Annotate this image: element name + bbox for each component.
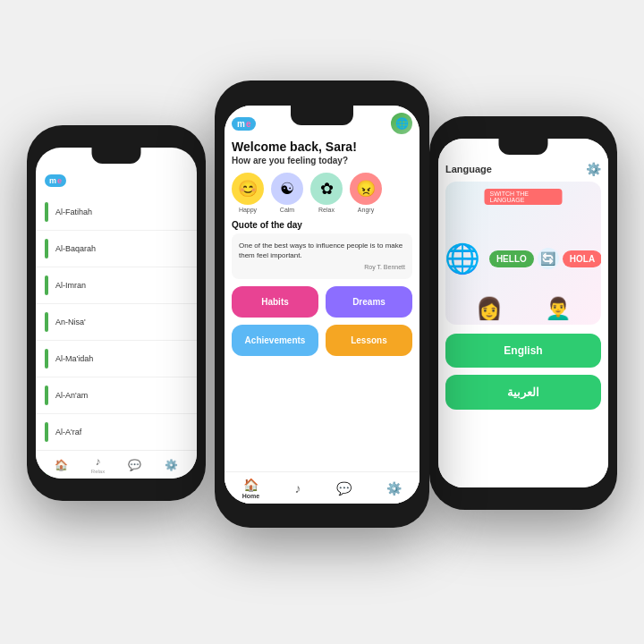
center-nav-bar: 🏠 Home ♪ 💬 ⚙️ [225, 471, 419, 504]
happy-label: Happy [239, 207, 257, 213]
language-title: Language [445, 164, 492, 174]
quote-author: Roy T. Bennett [239, 263, 405, 272]
list-item[interactable]: Al-Baqarah [36, 231, 197, 267]
list-item[interactable]: Al-Imran [36, 267, 197, 304]
nav-music[interactable]: ♪ [295, 481, 301, 496]
logo-m: m [237, 119, 245, 129]
habits-button[interactable]: Habits [232, 286, 318, 318]
emotion-calm[interactable]: ☯ Calm [271, 173, 303, 213]
left-phone-screen: me Al-Fatihah Al-Baqarah Al-Imran An-Nis… [36, 148, 197, 479]
list-item[interactable]: An-Nisa' [36, 304, 197, 341]
action-grid: Habits Dreams Achievements Lessons [232, 286, 412, 356]
translate-bubbles: HELLO 🔄 HOLA [489, 248, 601, 269]
center-notch [291, 106, 353, 125]
right-notch [499, 139, 548, 155]
translate-arrow-icon: 🔄 [538, 248, 559, 269]
globe-icon[interactable]: 🌐 [391, 113, 412, 134]
language-illustration: SWITCH THE LANGUAGE 🌐 HELLO 🔄 HOLA 👩 👨‍� [445, 182, 601, 325]
center-phone: me 🌐 Welcome back, Sara! How are you fee… [215, 80, 429, 528]
logo-e: e [57, 176, 62, 185]
chat-icon: 💬 [336, 481, 352, 496]
list-item[interactable]: Al-Ma'idah [36, 341, 197, 377]
list-item[interactable]: Al-Fatihah [36, 194, 197, 231]
list-item[interactable]: Al-A'raf [36, 414, 197, 451]
home-icon: 🏠 [243, 478, 258, 492]
relax-label: Relax [318, 207, 335, 213]
calm-icon: ☯ [271, 173, 303, 205]
quote-title: Quote of the day [232, 220, 412, 230]
nav-settings[interactable]: ⚙️ [165, 459, 178, 471]
angry-label: Angry [358, 207, 374, 213]
dreams-button[interactable]: Dreams [326, 286, 412, 318]
happy-icon: 😊 [232, 173, 264, 205]
person-left-icon: 👩 [476, 296, 503, 321]
right-phone-screen: Language ⚙️ SWITCH THE LANGUAGE 🌐 HELLO … [438, 139, 608, 487]
nav-home[interactable]: 🏠 [55, 459, 68, 471]
emotion-happy[interactable]: 😊 Happy [232, 173, 264, 213]
quote-box: One of the best ways to influence people… [232, 233, 412, 279]
nav-settings[interactable]: ⚙️ [386, 481, 402, 496]
globe-big-icon: 🌐 [445, 242, 480, 275]
left-content: me Al-Fatihah Al-Baqarah Al-Imran An-Nis… [36, 148, 197, 479]
logo-m: m [49, 176, 56, 185]
nav-relax[interactable]: ♪Relax [91, 455, 105, 474]
left-phone: me Al-Fatihah Al-Baqarah Al-Imran An-Nis… [27, 125, 206, 501]
achievements-button[interactable]: Achievements [232, 325, 318, 356]
nav-messages[interactable]: 💬 [128, 459, 141, 471]
left-notch [92, 148, 141, 164]
logo-e: e [246, 119, 251, 129]
switch-banner: SWITCH THE LANGUAGE [485, 189, 563, 205]
lessons-button[interactable]: Lessons [326, 325, 412, 356]
music-icon: ♪ [295, 481, 301, 496]
center-logo: me [232, 117, 256, 131]
calm-label: Calm [280, 207, 294, 213]
quote-section: Quote of the day One of the best ways to… [232, 220, 412, 279]
right-phone: Language ⚙️ SWITCH THE LANGUAGE 🌐 HELLO … [429, 116, 617, 510]
left-nav-bar: 🏠 ♪Relax 💬 ⚙️ [36, 450, 197, 479]
center-content: me 🌐 Welcome back, Sara! How are you fee… [225, 106, 419, 504]
feeling-prompt: How are you feeling today? [232, 156, 412, 165]
quote-text: One of the best ways to influence people… [239, 242, 402, 259]
settings-icon[interactable]: ⚙️ [586, 162, 601, 176]
nav-home[interactable]: 🏠 Home [242, 478, 259, 499]
settings-icon: ⚙️ [386, 481, 402, 496]
emotion-relax[interactable]: ✿ Relax [310, 173, 343, 213]
center-phone-screen: me 🌐 Welcome back, Sara! How are you fee… [225, 106, 419, 504]
person-right-icon: 👨‍🦱 [545, 296, 572, 321]
arabic-button[interactable]: العربية [445, 375, 601, 410]
relax-icon: ✿ [310, 173, 343, 205]
nav-chat[interactable]: 💬 [336, 481, 352, 496]
right-content: Language ⚙️ SWITCH THE LANGUAGE 🌐 HELLO … [438, 139, 608, 487]
list-item[interactable]: Al-An'am [36, 377, 197, 414]
emotion-row: 😊 Happy ☯ Calm ✿ Relax 😠 Angry [232, 173, 412, 213]
emotion-angry[interactable]: 😠 Angry [350, 173, 382, 213]
angry-icon: 😠 [350, 173, 382, 205]
left-logo-badge: me [45, 174, 66, 187]
english-button[interactable]: English [445, 334, 601, 368]
welcome-text: Welcome back, Sara! [232, 140, 412, 154]
hola-bubble: HOLA [563, 250, 601, 267]
hello-bubble: HELLO [489, 250, 534, 267]
